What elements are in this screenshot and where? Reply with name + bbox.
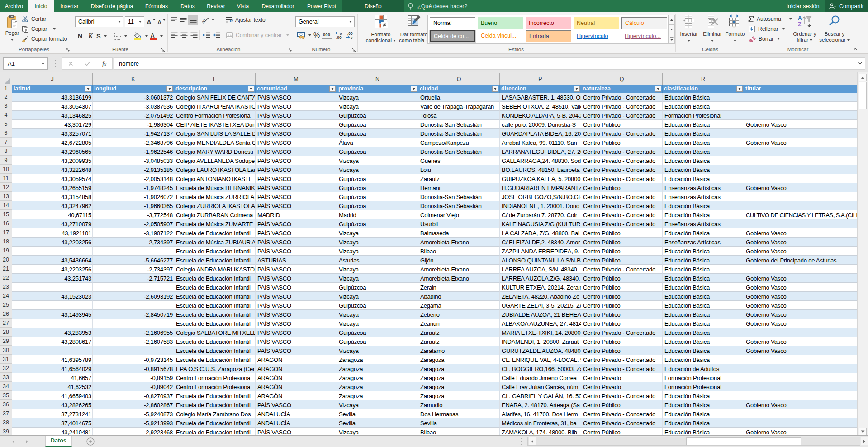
row-header-4[interactable]: 4 [0,111,12,119]
clipboard-dialog-launcher-icon[interactable] [66,48,71,52]
cell[interactable]: Amorebieta-Etxano [418,238,500,247]
share-button[interactable]: Compartir [825,0,868,12]
cell[interactable]: LARREA AUZOLA,Z/G. 48340. [500,274,581,283]
cell[interactable]: Formación Profesional [663,382,744,391]
cell[interactable]: GALLARRAGA,24. 48830. Sod [500,156,581,165]
cell[interactable]: Escuela de Educación Infantil [174,355,256,364]
cell[interactable]: ALONSO QUINTANILLA S/N-B [500,256,581,265]
cell[interactable]: Educación Básica [663,129,744,138]
cell[interactable]: Zeanuri [418,319,500,328]
cell[interactable]: 43,1523023 [12,292,93,301]
decrease-indent-button[interactable] [202,30,211,40]
table-header-cell-comunidad[interactable]: comunidad [256,85,337,93]
cell[interactable]: UGARTE ZELAI, 3-5. 20215. Ze [500,301,581,310]
cell[interactable] [12,319,93,328]
cell[interactable]: 43,283953 [12,328,93,337]
cell[interactable]: Educación Básica [663,156,744,165]
cell[interactable]: 37,2731241 [12,409,93,418]
cell[interactable]: Gobierno Vasco [744,120,857,129]
filter-button-provincia[interactable] [411,86,417,92]
filter-button-longitud[interactable] [166,86,173,92]
cell[interactable]: 41,6395789 [12,355,93,364]
cell[interactable]: GUIPUZKOA KALEA, 5. 20800. [500,174,581,183]
cell[interactable]: Colegio MARY WARD Donosti [174,147,256,156]
cell[interactable]: Colegio María Zambrano Dos [174,409,256,418]
cell[interactable]: PAÍS VASCO [256,274,337,283]
cell[interactable] [744,129,857,138]
cell[interactable]: Gobierno Vasco [744,400,857,409]
cell[interactable]: ARAGÓN [256,391,337,400]
new-sheet-button[interactable] [86,437,95,446]
row-header-11[interactable]: 11 [0,174,12,183]
cell[interactable]: 43,2826265 [12,400,93,409]
row-header-33[interactable]: 33 [0,373,12,382]
sign-in-button[interactable]: Iniciar sesión [785,0,821,12]
align-left-button[interactable] [169,30,179,40]
copy-button[interactable]: Copiar [22,24,56,33]
cell[interactable]: INDIANOENE, 1. 20001. Dono [500,201,581,210]
decrease-font-size-button[interactable]: A [157,17,166,27]
cell[interactable]: LARRAÑATEGUI BIDEA, 27. 20 [500,147,581,156]
cell[interactable]: Centro Público [581,319,663,328]
cell[interactable]: PAÍS VASCO [256,147,337,156]
cell[interactable]: 43,1346825 [12,111,93,120]
cell[interactable]: Enseñanzas Artísticas [663,183,744,192]
cell[interactable]: Escuela de Educación Infantil [174,283,256,292]
cell[interactable]: Educación Básica [663,265,744,274]
cell[interactable]: Centro Privado [581,373,663,382]
paste-button[interactable]: Pegar [3,13,22,51]
horizontal-scrollbar-thumb[interactable] [686,437,801,445]
cell[interactable]: H.GUDARIAREN EMPARANTZ [500,183,581,192]
row-header-24[interactable]: 24 [0,292,12,300]
cell[interactable] [744,265,857,274]
cell-style-celda-de-comprobacion[interactable]: Celda de co... [430,30,475,42]
vscroll-thumb[interactable] [859,82,867,109]
cell[interactable] [744,355,857,364]
cell[interactable]: Vizcaya [337,102,418,111]
cell[interactable]: Centro Privado - Concertado [581,111,663,120]
row-header-10[interactable]: 10 [0,165,12,174]
fill-color-caret-icon[interactable] [145,35,148,37]
format-painter-button[interactable]: Copiar formato [22,34,67,43]
cell[interactable]: Educación Básica [663,346,744,355]
align-top-button[interactable] [169,15,179,24]
cell[interactable]: KONDEKO ALDAPA, 5-B. 2040 [500,111,581,120]
ribbon-tab-datos[interactable]: Datos [174,0,201,12]
hscroll-right-button[interactable] [861,437,868,445]
row-header-18[interactable]: 18 [0,238,12,246]
cell[interactable]: 43,2410481 [12,428,93,435]
cell[interactable]: Colegio SALBATORE MITXELE [174,328,256,337]
table-header-cell-latitud[interactable]: latitud [12,85,93,93]
cell[interactable] [93,283,174,292]
ribbon-tab-archivo[interactable]: Archivo [0,0,28,12]
table-header-cell-ciudad[interactable]: ciudad [418,85,500,93]
cell[interactable]: Centro Privado - Concertado [581,147,663,156]
row-header-7[interactable]: 7 [0,138,12,147]
cell[interactable]: 43,1493945 [12,310,93,319]
cell[interactable]: PAÍS VASCO [256,400,337,409]
cell[interactable] [744,174,857,183]
row-header-20[interactable]: 20 [0,256,12,264]
cell[interactable]: Centro Privado - Concertado [581,201,663,210]
row-header-8[interactable]: 8 [0,147,12,156]
cell[interactable] [744,156,857,165]
cell[interactable]: -1,9026072 [93,192,174,201]
cell[interactable]: -2,715721 [93,274,174,283]
cell[interactable]: Zaragoza [418,373,500,382]
cell[interactable]: Escuela de Música ZUMARTE [174,219,256,228]
cell[interactable]: Zeberio [418,310,500,319]
cell[interactable]: Centro Público [581,183,663,192]
cell[interactable]: Balmaseda [418,228,500,238]
cell[interactable]: PAÍS VASCO [256,319,337,328]
cell-style-incorrecto[interactable]: Incorrecto [526,17,571,29]
cell[interactable]: PAÍS VASCO [256,328,337,337]
cell[interactable]: ARAGÓN [256,355,337,364]
bold-button[interactable]: N [75,31,85,41]
cell[interactable]: Escuela de Educación Infantil [174,256,256,265]
cell[interactable]: Escuela de Educación Infantil [174,428,256,435]
cell[interactable]: Centro Privado - Concertado [581,93,663,102]
number-format-combo[interactable]: General [295,16,355,27]
cell[interactable]: Escuela de Educación Infantil [174,274,256,283]
align-right-button[interactable] [189,30,199,40]
cell[interactable]: ANDALUCÍA [256,409,337,418]
